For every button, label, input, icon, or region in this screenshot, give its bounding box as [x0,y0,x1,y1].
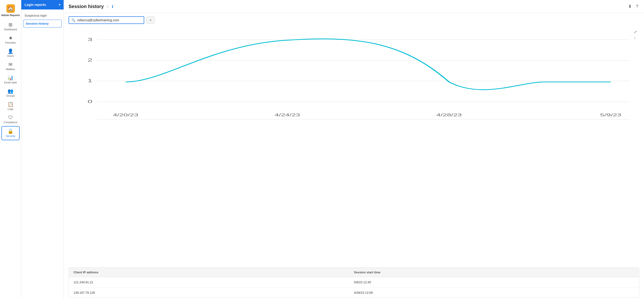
security-icon: 🔒 [8,129,14,134]
sidebar-label-compliance: Compliance [4,121,17,124]
col-header-time: Session start time [354,270,634,274]
session-chart: 3 2 1 0 4/20/23 4/24/23 4/28/23 5/9/23 [68,27,639,127]
svg-text:0: 0 [88,99,92,104]
row-time-2: 4/28/23 12:09 [354,291,634,294]
sidebar-label-dashboard: Dashboard [4,28,17,31]
second-panel: Login reports ▾ Suspicious login Session… [21,0,64,298]
sidebar: 🏠 Admin Reports ⊞ Dashboard ★ Favorites … [0,0,21,298]
search-area: 🔍 × [64,13,644,27]
favorites-icon: ★ [8,36,13,40]
export-chart-icon[interactable]: ↑ [634,36,637,40]
info-icon[interactable]: ℹ [112,4,113,9]
expand-chart-icon[interactable]: ⤢ [634,30,637,34]
svg-text:5/9/23: 5/9/23 [600,113,621,117]
table-row: 121.244.91.21 5/9/23 12:45 [69,277,639,287]
session-history-item[interactable]: Session history [23,20,62,28]
chart-area: 3 2 1 0 4/20/23 4/24/23 4/28/23 5/9/23 ⤢… [64,27,644,267]
clear-search-button[interactable]: × [146,17,154,24]
svg-text:4/28/23: 4/28/23 [436,113,462,117]
row-ip-2: 139.167.79.126 [74,291,354,294]
sidebar-item-users[interactable]: 👤 Users [0,46,21,60]
mailbox-icon: ✉ [8,62,12,67]
login-reports-label: Login reports [24,3,46,7]
compliance-icon: 🛡 [8,115,13,120]
session-history-label: Session history [26,22,49,25]
sidebar-item-dashboard[interactable]: ⊞ Dashboard [0,20,21,33]
sidebar-label-groups: Groups [6,94,15,97]
download-icon[interactable]: ⬇ [627,3,633,10]
chevron-down-icon: ▾ [59,3,60,7]
col-header-ip: Client IP address [74,270,354,274]
suspicious-login-item[interactable]: Suspicious login [21,11,64,20]
table-header: Client IP address Session start time [69,268,639,277]
row-time-1: 5/9/23 12:45 [354,280,634,284]
table-row: 139.167.79.126 4/28/23 12:09 [69,287,639,298]
logs-icon: 📋 [8,102,14,107]
sidebar-label-favorites: Favorites [5,41,16,44]
app-title: Admin Reports [1,14,20,17]
sidebar-item-compliance[interactable]: 🛡 Compliance [0,113,21,126]
page-title: Session history [68,4,104,9]
second-panel-items: Suspicious login Session history [21,10,64,29]
topbar: Session history ☆ ℹ ⬇ ? [64,0,644,13]
sidebar-label-email-stats: Email stats [4,81,17,84]
sidebar-label-users: Users [7,55,14,57]
session-table: Client IP address Session start time 121… [68,267,639,298]
sidebar-label-mailbox: Mailbox [6,68,15,71]
search-input[interactable] [77,18,142,22]
svg-text:3: 3 [88,37,92,42]
suspicious-login-label: Suspicious login [24,14,47,17]
login-reports-header[interactable]: Login reports ▾ [21,0,64,10]
favorite-star-icon[interactable]: ☆ [106,4,110,9]
sidebar-item-email-stats[interactable]: 📊 Email stats [0,73,21,86]
sidebar-item-logs[interactable]: 📋 Logs [0,99,21,113]
users-icon: 👤 [8,49,14,54]
sidebar-item-mailbox[interactable]: ✉ Mailbox [0,60,21,73]
help-icon[interactable]: ? [635,3,639,10]
app-logo[interactable]: 🏠 Admin Reports [1,2,20,20]
search-icon: 🔍 [72,18,76,22]
svg-text:4/20/23: 4/20/23 [113,113,138,117]
main-content: Session history ☆ ℹ ⬇ ? 🔍 × 3 2 [64,0,644,298]
logo-icon: 🏠 [6,4,15,13]
dashboard-icon: ⊞ [8,22,12,27]
row-ip-1: 121.244.91.21 [74,280,354,284]
svg-text:4/24/23: 4/24/23 [275,113,300,117]
sidebar-label-security: Security [6,134,15,137]
svg-text:2: 2 [88,58,92,63]
groups-icon: 👥 [8,89,14,93]
sidebar-item-favorites[interactable]: ★ Favorites [0,33,21,46]
sidebar-item-security[interactable]: 🔒 Security [2,126,20,140]
sidebar-item-groups[interactable]: 👥 Groups [0,86,21,99]
chart-container: 3 2 1 0 4/20/23 4/24/23 4/28/23 5/9/23 ⤢… [68,27,639,127]
svg-text:1: 1 [88,78,92,83]
search-box: 🔍 [68,16,144,24]
sidebar-label-logs: Logs [8,107,14,110]
email-stats-icon: 📊 [8,75,14,80]
chart-controls: ⤢ ↑ [634,30,637,40]
